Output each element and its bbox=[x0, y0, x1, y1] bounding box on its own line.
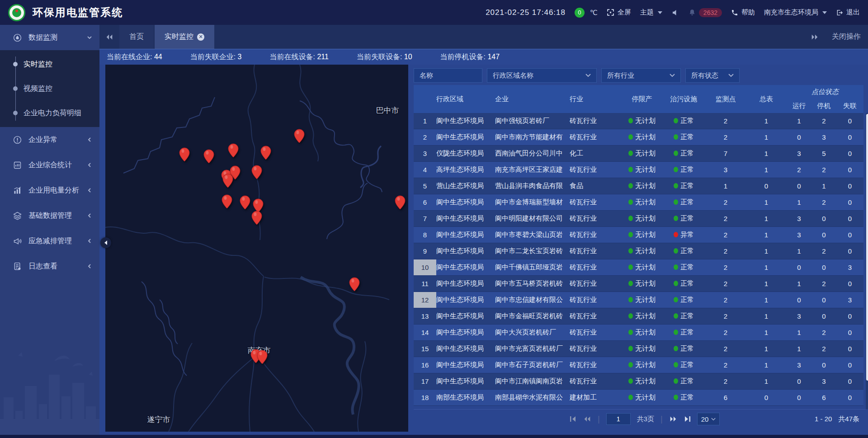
row-index: 17 bbox=[414, 373, 436, 390]
table-row[interactable]: 6阆中生态环境局阆中市金博瑞新型墙材砖瓦行业无计划正常21120 bbox=[414, 194, 863, 211]
col-total-meter[interactable]: 总表 bbox=[746, 85, 787, 113]
col-industry[interactable]: 行业 bbox=[570, 85, 622, 113]
table-row[interactable]: 5营山生态环境局营山县润丰肉食品有限食品无计划正常10010 bbox=[414, 178, 863, 194]
col-running[interactable]: 运行 bbox=[787, 99, 811, 113]
map-pin[interactable] bbox=[179, 147, 190, 162]
sidebar-item-3[interactable]: 企业综合统计 bbox=[0, 152, 99, 178]
map-pin[interactable] bbox=[260, 146, 271, 160]
cell-disconnected: 0 bbox=[836, 325, 863, 341]
table-row[interactable]: 9阆中生态环境局阆中市二龙长宝页岩砖砖瓦行业无计划正常21120 bbox=[414, 243, 863, 259]
cell-stopped: 0 bbox=[811, 292, 836, 308]
tab-scroll-right-icon[interactable] bbox=[805, 25, 825, 49]
map-pin[interactable] bbox=[349, 277, 360, 292]
tab-realtime-monitor[interactable]: 实时监控 ✕ bbox=[155, 25, 214, 49]
industry-filter-select[interactable]: 所有行业 bbox=[601, 68, 681, 83]
last-page-icon[interactable] bbox=[684, 416, 691, 422]
map-pin[interactable] bbox=[222, 174, 233, 188]
table-row[interactable]: 17阆中生态环境局阆中市江南镇阆南页岩砖瓦行业无计划正常21030 bbox=[414, 373, 863, 390]
table-body-viewport[interactable]: 1阆中生态环境局阆中强锐页岩砖厂砖瓦行业无计划正常211202阆中生态环境局阆中… bbox=[414, 113, 866, 409]
scrollbar-thumb[interactable] bbox=[866, 114, 868, 381]
first-page-icon[interactable] bbox=[570, 416, 577, 422]
cell-total-meter: 1 bbox=[746, 243, 787, 259]
sidebar-item-6[interactable]: 应急减排管理 bbox=[0, 228, 99, 254]
fullscreen-button[interactable]: 全屏 bbox=[607, 8, 631, 17]
col-company[interactable]: 企业 bbox=[495, 85, 570, 113]
cell-disconnected: 0 bbox=[836, 227, 863, 243]
logout-button[interactable]: 退出 bbox=[836, 8, 860, 17]
map-pin[interactable] bbox=[222, 194, 232, 209]
cell-monitor-points: 2 bbox=[705, 113, 746, 129]
status-filter-select[interactable]: 所有状态 bbox=[685, 68, 740, 83]
tab-close-icon[interactable]: ✕ bbox=[197, 33, 204, 41]
map-pin[interactable] bbox=[251, 211, 262, 225]
page-number-input[interactable]: 1 bbox=[606, 413, 631, 425]
status-dot-green bbox=[628, 313, 633, 319]
table-row[interactable]: 8阆中生态环境局阆中市枣碧大梁山页岩砖瓦行业无计划异常21300 bbox=[414, 227, 863, 243]
map-panel[interactable]: 巴中市南充市遂宁市 bbox=[105, 65, 408, 432]
table-row[interactable]: 18南部生态环境局南部县砌华水泥有限公建材加工无计划正常60060 bbox=[414, 390, 863, 406]
table-row[interactable]: 16阆中生态环境局阆中市石子页岩机砖厂砖瓦行业无计划正常21300 bbox=[414, 357, 863, 373]
page-size-select[interactable]: 20 bbox=[697, 413, 720, 425]
cell-running: 3 bbox=[787, 211, 811, 227]
cell-company: 阆中市光富页岩机砖厂 bbox=[495, 341, 570, 357]
table-row[interactable]: 4高坪生态环境局南充市高坪区王家店建砖瓦行业无计划正常31220 bbox=[414, 162, 863, 178]
volume-icon[interactable] bbox=[671, 9, 679, 17]
cell-pollution-facility: 正常 bbox=[662, 146, 705, 162]
table-row[interactable]: 11阆中生态环境局阆中市五马桥页岩机砖砖瓦行业无计划正常21120 bbox=[414, 276, 863, 292]
table-row[interactable]: 3仪陇生态环境局西南油气田分公司川中化工无计划正常71350 bbox=[414, 146, 863, 162]
map-pin[interactable] bbox=[294, 129, 305, 143]
sidebar-item-2[interactable]: 企业异常 bbox=[0, 127, 99, 152]
table-row[interactable]: 12阆中生态环境局阆中市忠信建材有限公砖瓦行业无计划正常21003 bbox=[414, 292, 863, 308]
map-pin[interactable] bbox=[203, 149, 214, 164]
map-roads bbox=[105, 65, 408, 432]
sidebar-item-5[interactable]: 基础数据管理 bbox=[0, 203, 99, 228]
next-page-icon[interactable] bbox=[669, 416, 677, 422]
table-row[interactable]: 13阆中生态环境局阆中市金福旺页岩机砖砖瓦行业无计划正常21300 bbox=[414, 308, 863, 325]
col-stopped[interactable]: 停机 bbox=[811, 99, 836, 113]
map-pin[interactable] bbox=[257, 350, 268, 364]
sidebar-item-7[interactable]: 日志查看 bbox=[0, 254, 99, 279]
table-row[interactable]: 1阆中生态环境局阆中强锐页岩砖厂砖瓦行业无计划正常21120 bbox=[414, 113, 863, 129]
sidebar-subitem[interactable]: 实时监控 bbox=[0, 52, 99, 76]
col-disconnected[interactable]: 失联 bbox=[836, 99, 863, 113]
map-pin[interactable] bbox=[228, 143, 239, 158]
row-index: 5 bbox=[414, 178, 436, 194]
map-pin[interactable] bbox=[240, 195, 250, 210]
stat-item: 当前在线企业: 44 bbox=[107, 52, 162, 62]
close-operations-button[interactable]: 关闭操作 bbox=[825, 25, 868, 49]
status-dot-green bbox=[674, 248, 678, 254]
cell-running: 0 bbox=[787, 390, 811, 406]
status-dot-green bbox=[674, 297, 678, 302]
user-menu[interactable]: 南充市生态环境局 bbox=[764, 8, 827, 17]
table-row[interactable]: 10阆中生态环境局阆中千佛镇五郎垭页岩砖瓦行业无计划正常21003 bbox=[414, 259, 863, 276]
sidebar-item-1[interactable]: 数据监测 bbox=[0, 25, 99, 50]
notifications[interactable]: 2632 bbox=[689, 8, 722, 17]
table-row[interactable]: 15阆中生态环境局阆中市光富页岩机砖厂砖瓦行业无计划正常21120 bbox=[414, 341, 863, 357]
cell-disconnected: 0 bbox=[836, 146, 863, 162]
tab-scroll-left-icon[interactable] bbox=[99, 25, 119, 49]
cell-disconnected: 0 bbox=[836, 194, 863, 211]
table-row[interactable]: 7阆中生态环境局阆中明阳建材有限公司砖瓦行业无计划正常21300 bbox=[414, 211, 863, 227]
help-button[interactable]: 帮助 bbox=[731, 8, 755, 17]
col-stop-production[interactable]: 停限产 bbox=[622, 85, 662, 113]
status-dot-green bbox=[674, 151, 678, 156]
col-region[interactable]: 行政区域 bbox=[436, 85, 495, 113]
sidebar-subitem[interactable]: 视频监控 bbox=[0, 76, 99, 101]
col-monitor-points[interactable]: 监测点 bbox=[705, 85, 746, 113]
region-filter-select[interactable]: 行政区域名称 bbox=[487, 68, 597, 83]
table-row[interactable]: 14阆中生态环境局阆中大兴页岩机砖厂砖瓦行业无计划正常21120 bbox=[414, 325, 863, 341]
table-scrollbar[interactable] bbox=[866, 113, 868, 409]
name-filter-input[interactable]: 名称 bbox=[414, 68, 482, 83]
prev-page-icon[interactable] bbox=[583, 416, 591, 422]
tab-home[interactable]: 首页 bbox=[119, 25, 154, 49]
sidebar-item-4[interactable]: 企业用电量分析 bbox=[0, 178, 99, 203]
map-collapse-button[interactable] bbox=[100, 237, 111, 248]
map-pin[interactable] bbox=[251, 165, 262, 179]
cell-total-meter: 0 bbox=[746, 178, 787, 194]
map-pin[interactable] bbox=[395, 195, 406, 210]
theme-dropdown[interactable]: 主题 bbox=[640, 8, 662, 17]
sidebar-subitem[interactable]: 企业电力负荷明细 bbox=[0, 101, 99, 125]
col-pollution-facility[interactable]: 治污设施 bbox=[662, 85, 705, 113]
cell-total-meter: 1 bbox=[746, 373, 787, 390]
table-row[interactable]: 2阆中生态环境局阆中市南方节能建材有砖瓦行业无计划正常21030 bbox=[414, 129, 863, 146]
